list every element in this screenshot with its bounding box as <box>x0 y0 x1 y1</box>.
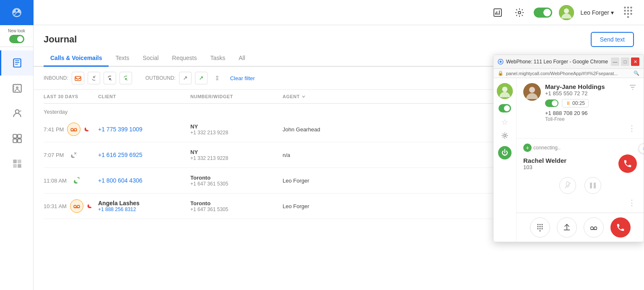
svg-point-37 <box>77 205 80 208</box>
call-time-display: 00:25 <box>572 100 585 106</box>
webphone-popup: WebPhone: 111 Leo Forger - Google Chrome… <box>493 55 644 242</box>
sidebar-logo <box>0 0 34 25</box>
tab-social[interactable]: Social <box>136 50 165 67</box>
more-options-mj[interactable]: ⋮ <box>627 124 637 133</box>
svg-rect-14 <box>13 164 17 168</box>
svg-point-42 <box>502 86 508 92</box>
voicemail-button-wp[interactable] <box>584 217 604 238</box>
sidebar-item-contacts[interactable] <box>0 76 33 101</box>
wp-status-toggle[interactable] <box>499 104 511 112</box>
voicemail-inbound-icon <box>67 123 80 136</box>
transfer-button-wp[interactable] <box>557 217 577 238</box>
svg-line-49 <box>565 183 570 188</box>
svg-point-59 <box>539 228 540 230</box>
filter-inbound-answered[interactable] <box>88 72 100 84</box>
col-period: LAST 30 DAYS <box>44 94 98 99</box>
svg-rect-9 <box>18 134 21 138</box>
row-time: 7:07 PM <box>44 148 98 162</box>
sidebar-item-journal[interactable] <box>0 50 33 76</box>
caller-avatar-mj <box>523 83 541 101</box>
filter-voicemail[interactable] <box>72 72 84 84</box>
send-text-button[interactable]: Send text <box>591 32 634 47</box>
zoom-icon[interactable]: 🔍 <box>634 71 639 76</box>
call-active-toggle[interactable] <box>545 99 558 107</box>
sidebar: New look <box>0 0 34 290</box>
inbound-call-icon2 <box>87 203 93 209</box>
cell-client-number[interactable]: +1 800 604 4306 <box>98 177 190 184</box>
new-look-toggle[interactable] <box>9 35 24 43</box>
col-number: NUMBER/WIDGET <box>190 94 283 99</box>
svg-point-31 <box>75 78 77 79</box>
hold-button-rachel[interactable] <box>584 177 601 194</box>
svg-point-26 <box>624 13 626 15</box>
svg-point-17 <box>518 11 521 14</box>
tab-all[interactable]: All <box>232 50 252 67</box>
clear-filter-link[interactable]: Clear filter <box>230 75 255 81</box>
chrome-icon <box>498 59 504 65</box>
wp-user-avatar <box>497 83 513 99</box>
webphone-sidebar: ☆ ⏻ <box>493 78 517 242</box>
tab-texts[interactable]: Texts <box>109 50 136 67</box>
pause-icon: ⏸ <box>566 100 571 106</box>
mute-button-rachel[interactable] <box>559 177 576 194</box>
inbound-call-icon <box>84 126 90 132</box>
settings-icon[interactable] <box>512 5 527 20</box>
main-dialpad-icon[interactable] <box>621 5 636 20</box>
svg-point-43 <box>504 135 506 137</box>
dialpad-button-wp[interactable] <box>530 217 550 238</box>
sidebar-nav <box>0 47 33 290</box>
user-name-display[interactable]: Leo Forger ▾ <box>581 9 614 16</box>
new-look-label: New look <box>8 29 25 33</box>
connecting-status: connecting.. <box>533 145 561 151</box>
webphone-controls: — □ ✕ <box>611 57 639 66</box>
sidebar-item-tags[interactable] <box>0 151 33 176</box>
maximize-button[interactable]: □ <box>621 57 629 66</box>
toll-free-number: +1 888 708 20 96 <box>545 110 624 116</box>
tab-calls-voicemails[interactable]: Calls & Voicemails <box>44 50 109 67</box>
sidebar-item-apps[interactable] <box>0 126 33 151</box>
tab-requests[interactable]: Requests <box>165 50 203 67</box>
filter-outbound-up[interactable] <box>179 72 192 84</box>
end-call-button-rachel[interactable] <box>618 154 637 173</box>
wp-power-icon[interactable]: ⏻ <box>498 146 512 159</box>
svg-point-58 <box>537 228 538 230</box>
connecting-plus-icon: + <box>523 144 532 152</box>
analytics-icon[interactable] <box>490 5 505 20</box>
svg-point-28 <box>630 13 632 15</box>
filter-more[interactable] <box>211 72 223 84</box>
outbound-call-icon <box>70 174 83 187</box>
svg-point-63 <box>594 227 597 230</box>
filter-inbound-missed[interactable] <box>104 72 116 84</box>
svg-rect-10 <box>13 139 17 143</box>
webphone-bottom-controls <box>517 213 644 242</box>
filter-lines-icon[interactable] <box>628 83 637 91</box>
col-client: CLIENT <box>98 94 190 99</box>
tab-tasks[interactable]: Tasks <box>203 50 232 67</box>
user-avatar[interactable] <box>559 5 574 20</box>
svg-point-55 <box>537 226 538 227</box>
cell-client-number[interactable]: +1 616 259 6925 <box>98 152 190 158</box>
svg-point-20 <box>624 6 626 8</box>
svg-point-45 <box>529 87 535 93</box>
filter-outbound-green[interactable] <box>195 72 208 84</box>
wp-settings-icon[interactable] <box>501 132 509 141</box>
minimize-button[interactable]: — <box>611 57 619 66</box>
svg-rect-51 <box>594 183 596 188</box>
wp-star-icon[interactable]: ☆ <box>501 118 508 127</box>
svg-point-33 <box>71 128 73 131</box>
end-call-button-wp[interactable] <box>610 217 631 238</box>
outbound-label: OUTBOUND: <box>145 75 176 81</box>
url-text: panel.mightycall.com/WebPhoneApp/#!#%2Fs… <box>506 71 618 76</box>
svg-point-54 <box>541 224 543 225</box>
status-toggle[interactable] <box>534 8 552 18</box>
filter-inbound-type3[interactable] <box>119 72 132 84</box>
cell-number-widget: NY +1 332 213 9228 <box>190 123 283 136</box>
call-card-rachel: + connecting.. Rachel Welder 103 <box>517 138 644 213</box>
sidebar-item-agents[interactable] <box>0 101 33 126</box>
svg-point-21 <box>627 6 629 8</box>
close-button[interactable]: ✕ <box>631 57 639 66</box>
cell-client-number[interactable]: +1 775 399 1009 <box>98 126 190 133</box>
page-title: Journal <box>44 34 77 45</box>
more-options-rachel[interactable]: ⋮ <box>627 198 637 207</box>
call-timer: ⏸ 00:25 <box>562 99 589 107</box>
